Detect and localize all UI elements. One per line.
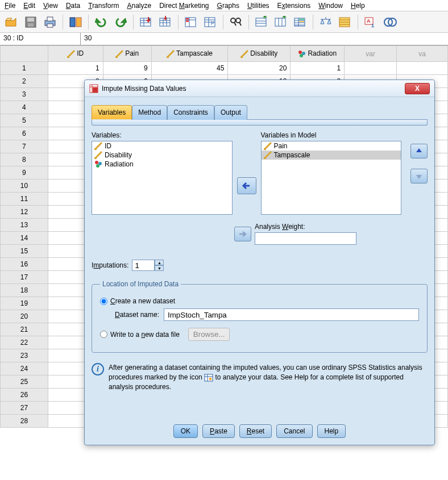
- find-icon[interactable]: [228, 14, 244, 30]
- row-header[interactable]: 23: [1, 349, 48, 362]
- select-cases-icon[interactable]: [337, 14, 353, 30]
- row-header[interactable]: 1: [1, 62, 48, 75]
- row-header[interactable]: 14: [1, 232, 48, 245]
- row-header[interactable]: 28: [1, 415, 48, 428]
- goto-variable-icon[interactable]: [157, 14, 173, 30]
- menu-edit[interactable]: Edit: [23, 2, 35, 10]
- column-header-empty-2[interactable]: va: [397, 46, 448, 62]
- menu-graphs[interactable]: Graphs: [217, 2, 239, 10]
- cell[interactable]: [345, 62, 397, 75]
- paste-button[interactable]: Paste: [202, 424, 235, 438]
- redo-icon[interactable]: [113, 14, 128, 30]
- row-header[interactable]: 9: [1, 166, 48, 180]
- list-item[interactable]: Disability: [92, 151, 232, 160]
- menu-data[interactable]: Data: [66, 2, 80, 10]
- menu-direct-marketing[interactable]: Direct Marketing: [159, 2, 209, 10]
- cell-ref-value[interactable]: 30: [81, 33, 448, 45]
- imputations-down[interactable]: ▼: [155, 265, 164, 271]
- list-item[interactable]: ID: [92, 141, 232, 151]
- move-to-weight-button[interactable]: [234, 227, 251, 241]
- menu-view[interactable]: View: [43, 2, 58, 10]
- weight-cases-icon[interactable]: [318, 14, 334, 30]
- row-header[interactable]: 7: [1, 140, 48, 153]
- undo-icon[interactable]: [93, 14, 109, 30]
- row-header[interactable]: 13: [1, 219, 48, 232]
- tab-output[interactable]: Output: [214, 105, 247, 120]
- row-header[interactable]: 6: [1, 127, 48, 140]
- move-down-button[interactable]: [410, 169, 428, 183]
- table-row[interactable]: 11945201: [1, 62, 448, 75]
- write-file-radio[interactable]: [100, 331, 107, 338]
- menu-transform[interactable]: Transform: [88, 2, 119, 10]
- row-header[interactable]: 8: [1, 153, 48, 166]
- row-header[interactable]: 19: [1, 297, 48, 310]
- dialog-titlebar[interactable]: Impute Missing Data Values X: [85, 80, 434, 97]
- row-header[interactable]: 10: [1, 180, 48, 193]
- menu-window[interactable]: Window: [318, 2, 343, 10]
- create-dataset-radio[interactable]: [100, 298, 107, 305]
- cell[interactable]: [397, 62, 448, 75]
- menu-help[interactable]: Help: [351, 2, 365, 10]
- column-header-disability[interactable]: Disability: [228, 46, 291, 62]
- column-header-radiation[interactable]: Radiation: [291, 46, 345, 62]
- row-header[interactable]: 20: [1, 310, 48, 323]
- row-header[interactable]: 27: [1, 402, 48, 415]
- row-header[interactable]: 12: [1, 206, 48, 219]
- row-header[interactable]: 15: [1, 245, 48, 258]
- row-header[interactable]: 22: [1, 336, 48, 349]
- menu-utilities[interactable]: Utilities: [247, 2, 269, 10]
- column-header-pain[interactable]: Pain: [103, 46, 151, 62]
- variables-icon[interactable]: [183, 14, 199, 30]
- variables-listbox[interactable]: IDDisabilityRadiation: [92, 141, 233, 215]
- ok-button[interactable]: OK: [173, 424, 198, 438]
- dataset-name-input[interactable]: [164, 308, 419, 321]
- analysis-weight-input[interactable]: [255, 232, 356, 245]
- column-header-id[interactable]: ID: [48, 46, 103, 62]
- save-icon[interactable]: [23, 14, 39, 30]
- list-item[interactable]: Radiation: [92, 160, 232, 169]
- tab-constraints[interactable]: Constraints: [167, 105, 214, 120]
- row-header[interactable]: 3: [1, 88, 48, 101]
- print-icon[interactable]: [42, 14, 58, 30]
- move-to-model-button[interactable]: [237, 177, 256, 194]
- cell[interactable]: 20: [228, 62, 291, 75]
- column-header-tampascale[interactable]: Tampascale: [151, 46, 228, 62]
- tab-method[interactable]: Method: [132, 105, 167, 120]
- row-header[interactable]: 24: [1, 362, 48, 375]
- help-button[interactable]: Help: [317, 424, 346, 438]
- row-header[interactable]: 5: [1, 114, 48, 127]
- reset-button[interactable]: Reset: [239, 424, 272, 438]
- row-header[interactable]: 25: [1, 375, 48, 389]
- list-item[interactable]: Tampascale: [262, 151, 401, 160]
- imputations-up[interactable]: ▲: [155, 260, 164, 265]
- use-sets-icon[interactable]: [382, 14, 398, 30]
- insert-case-icon[interactable]: ✶: [254, 14, 269, 30]
- menu-extensions[interactable]: Extensions: [277, 2, 311, 10]
- row-header[interactable]: 21: [1, 323, 48, 336]
- row-header[interactable]: 18: [1, 284, 48, 297]
- menu-analyze[interactable]: Analyze: [127, 2, 151, 10]
- split-file-icon[interactable]: [292, 14, 308, 30]
- value-labels-icon[interactable]: A1: [363, 14, 379, 30]
- goto-imputation-icon[interactable]: μ: [202, 14, 218, 30]
- imputations-spinner[interactable]: ▲ ▼: [132, 260, 164, 271]
- move-up-button[interactable]: [410, 144, 428, 158]
- imputations-input[interactable]: [132, 260, 155, 271]
- model-listbox[interactable]: PainTampascale: [261, 141, 402, 215]
- row-header[interactable]: 4: [1, 101, 48, 114]
- open-icon[interactable]: [3, 14, 19, 30]
- row-header[interactable]: 17: [1, 271, 48, 284]
- list-item[interactable]: Pain: [262, 141, 401, 151]
- menu-file[interactable]: File: [5, 2, 15, 10]
- goto-case-icon[interactable]: [138, 14, 154, 30]
- recall-dialog-icon[interactable]: [68, 14, 84, 30]
- row-header[interactable]: 2: [1, 75, 48, 88]
- cell[interactable]: 1: [48, 62, 103, 75]
- insert-variable-icon[interactable]: ✶: [273, 14, 289, 30]
- row-header[interactable]: 16: [1, 258, 48, 271]
- cell[interactable]: 9: [103, 62, 151, 75]
- tab-variables[interactable]: Variables: [92, 105, 132, 120]
- cell[interactable]: 1: [291, 62, 345, 75]
- row-header[interactable]: 26: [1, 389, 48, 402]
- cancel-button[interactable]: Cancel: [276, 424, 312, 438]
